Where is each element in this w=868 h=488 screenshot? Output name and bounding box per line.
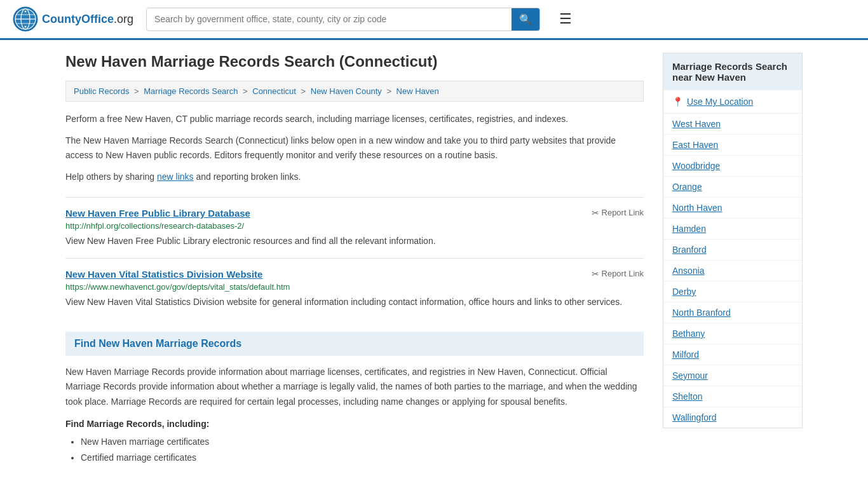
find-records-label: Find Marriage Records, including: <box>65 419 644 429</box>
link-desc-1: View New Haven Vital Statistics Division… <box>65 295 644 309</box>
intro-paragraph-2: The New Haven Marriage Records Search (C… <box>65 133 644 162</box>
report-link-0[interactable]: ✂ Report Link <box>592 208 644 218</box>
sidebar-link-shelton[interactable]: Shelton <box>663 386 802 407</box>
intro-paragraph-1: Perform a free New Haven, CT public marr… <box>65 112 644 126</box>
report-link-1[interactable]: ✂ Report Link <box>592 269 644 279</box>
use-my-location[interactable]: 📍 Use My Location <box>663 90 802 114</box>
sidebar-link-milford[interactable]: Milford <box>663 344 802 365</box>
sidebar-link-derby[interactable]: Derby <box>663 281 802 302</box>
page-title: New Haven Marriage Records Search (Conne… <box>65 53 644 71</box>
breadcrumb-sep-2: > <box>243 86 250 96</box>
breadcrumb-new-haven-county[interactable]: New Haven County <box>311 86 382 96</box>
link-url-1[interactable]: https://www.newhavenct.gov/gov/depts/vit… <box>65 282 644 292</box>
report-icon-0: ✂ <box>592 208 599 218</box>
breadcrumb-sep-4: > <box>386 86 393 96</box>
breadcrumb-marriage-records[interactable]: Marriage Records Search <box>144 86 238 96</box>
breadcrumb-connecticut[interactable]: Connecticut <box>252 86 296 96</box>
logo-area: CountyOffice.org <box>13 6 133 32</box>
header: CountyOffice.org 🔍 ☰ <box>0 0 868 40</box>
location-pin-icon: 📍 <box>672 97 683 107</box>
link-entry-0: New Haven Free Public Library Database ✂… <box>65 197 644 258</box>
sidebar-link-ansonia[interactable]: Ansonia <box>663 261 802 281</box>
sidebar-link-woodbridge[interactable]: Woodbridge <box>663 156 802 177</box>
link-entry-1: New Haven Vital Statistics Division Webs… <box>65 258 644 319</box>
right-sidebar: Marriage Records Search near New Haven 📍… <box>663 53 803 466</box>
sidebar-link-north-haven[interactable]: North Haven <box>663 198 802 219</box>
find-list-item-1: Certified marriage certificates <box>81 450 644 466</box>
find-list: New Haven marriage certificates Certifie… <box>65 434 644 466</box>
breadcrumb: Public Records > Marriage Records Search… <box>65 81 644 102</box>
sidebar-box: Marriage Records Search near New Haven 📍… <box>663 53 803 428</box>
sidebar-link-west-haven[interactable]: West Haven <box>663 114 802 135</box>
find-list-item-0: New Haven marriage certificates <box>81 434 644 450</box>
use-location-link[interactable]: Use My Location <box>687 97 753 107</box>
find-section: Find New Haven Marriage Records New Have… <box>65 332 644 466</box>
search-input[interactable] <box>147 9 512 29</box>
breadcrumb-sep-3: > <box>301 86 308 96</box>
left-content: New Haven Marriage Records Search (Conne… <box>65 53 644 466</box>
search-icon: 🔍 <box>519 14 532 25</box>
main-content: New Haven Marriage Records Search (Conne… <box>53 40 815 478</box>
find-section-header: Find New Haven Marriage Records <box>65 332 644 356</box>
svg-point-7 <box>25 11 27 13</box>
logo-icon <box>13 6 38 32</box>
link-desc-0: View New Haven Free Public Library elect… <box>65 234 644 248</box>
sidebar-link-seymour[interactable]: Seymour <box>663 365 802 386</box>
report-icon-1: ✂ <box>592 269 599 279</box>
link-title-0[interactable]: New Haven Free Public Library Database <box>65 208 250 219</box>
breadcrumb-public-records[interactable]: Public Records <box>74 86 129 96</box>
intro-paragraph-3: Help others by sharing new links and rep… <box>65 170 644 184</box>
menu-button[interactable]: ☰ <box>559 11 572 27</box>
link-title-1[interactable]: New Haven Vital Statistics Division Webs… <box>65 269 262 280</box>
sidebar-link-orange[interactable]: Orange <box>663 177 802 198</box>
logo-text: CountyOffice.org <box>42 13 133 26</box>
svg-point-8 <box>25 26 27 28</box>
sidebar-title: Marriage Records Search near New Haven <box>663 53 802 90</box>
hamburger-icon: ☰ <box>559 11 572 27</box>
search-bar: 🔍 <box>146 8 540 31</box>
sidebar-link-branford[interactable]: Branford <box>663 240 802 261</box>
search-button[interactable]: 🔍 <box>512 8 539 30</box>
find-section-body: New Haven Marriage Records provide infor… <box>65 365 644 410</box>
sidebar-link-bethany[interactable]: Bethany <box>663 323 802 344</box>
sidebar-link-hamden[interactable]: Hamden <box>663 219 802 240</box>
sidebar-link-wallingford[interactable]: Wallingford <box>663 407 802 428</box>
breadcrumb-sep-1: > <box>134 86 141 96</box>
sidebar-link-north-branford[interactable]: North Branford <box>663 302 802 323</box>
breadcrumb-new-haven[interactable]: New Haven <box>397 86 439 96</box>
new-links-link[interactable]: new links <box>157 172 194 182</box>
sidebar-link-east-haven[interactable]: East Haven <box>663 135 802 156</box>
link-url-0[interactable]: http://nhfpl.org/collections/research-da… <box>65 221 644 231</box>
